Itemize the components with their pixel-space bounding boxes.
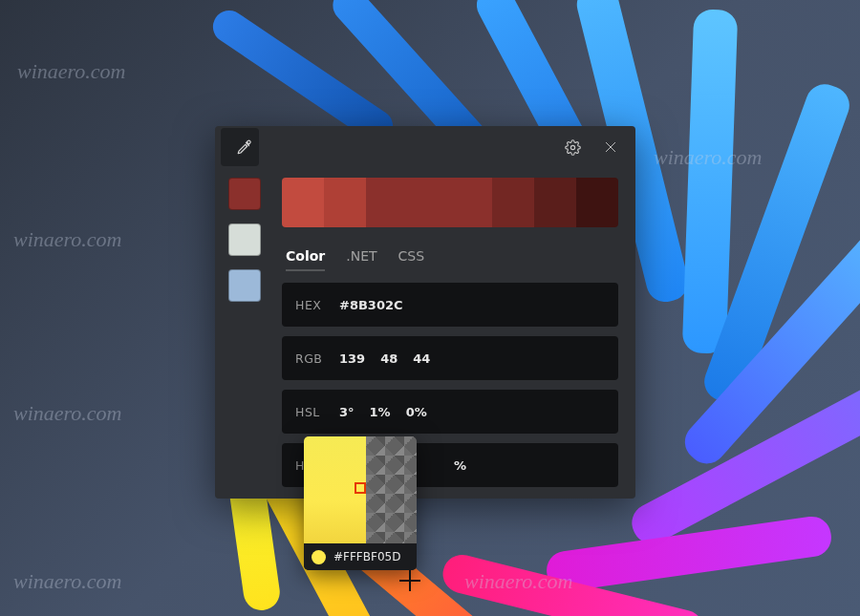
tab-css[interactable]: CSS	[398, 248, 425, 271]
titlebar	[215, 126, 635, 168]
shade-step[interactable]	[534, 178, 576, 227]
eyedropper-magnifier: #FFFBF05D	[304, 436, 417, 570]
watermark: winaero.com	[13, 227, 121, 252]
hsl-row[interactable]: HSL 3° 1% 0%	[282, 390, 618, 434]
magnifier-swatch	[312, 550, 326, 564]
watermark: winaero.com	[13, 569, 121, 594]
eyedropper-icon	[236, 138, 253, 156]
magnifier-view	[304, 436, 417, 543]
shade-step[interactable]	[324, 178, 366, 227]
rgb-b: 44	[413, 351, 430, 366]
color-history-sidebar	[215, 168, 274, 499]
watermark: winaero.com	[13, 401, 121, 426]
tab-color[interactable]: Color	[286, 248, 325, 271]
shade-bar[interactable]	[282, 178, 618, 227]
magnifier-hex-value: #FFFBF05D	[333, 550, 400, 563]
rgb-g: 48	[380, 351, 398, 366]
rgb-label: RGB	[295, 351, 339, 366]
history-swatch[interactable]	[228, 178, 261, 210]
hex-row[interactable]: HEX #8B302C	[282, 283, 618, 327]
format-tabs: Color .NET CSS	[282, 244, 618, 283]
rgb-r: 139	[339, 351, 365, 366]
close-button[interactable]	[591, 128, 630, 166]
history-swatch[interactable]	[228, 269, 261, 302]
color-picker-panel: Color .NET CSS HEX #8B302C RGB 139 48 44…	[215, 126, 635, 499]
shade-step[interactable]	[492, 178, 534, 227]
hsv-partial-value: %	[454, 458, 466, 473]
shade-step-selected[interactable]	[366, 178, 492, 227]
hsl-h: 3°	[339, 405, 355, 419]
hsl-l: 0%	[406, 405, 427, 419]
history-swatch[interactable]	[228, 223, 261, 256]
close-icon	[604, 140, 617, 154]
gear-icon	[565, 139, 581, 156]
hex-label: HEX	[295, 298, 339, 312]
hsl-label: HSL	[295, 405, 339, 419]
watermark: winaero.com	[17, 59, 125, 84]
hsl-s: 1%	[370, 405, 391, 419]
decorative-ray	[682, 9, 739, 353]
tab-dotnet[interactable]: .NET	[346, 248, 376, 271]
magnifier-target-icon	[355, 482, 366, 494]
eyedropper-button[interactable]	[221, 128, 259, 166]
settings-button[interactable]	[553, 128, 591, 166]
svg-point-0	[570, 145, 574, 149]
shade-step[interactable]	[576, 178, 618, 227]
shade-step[interactable]	[282, 178, 324, 227]
magnifier-sample-right	[366, 436, 417, 543]
magnifier-footer: #FFFBF05D	[304, 543, 417, 570]
hex-value: #8B302C	[339, 298, 403, 312]
rgb-row[interactable]: RGB 139 48 44	[282, 336, 618, 380]
